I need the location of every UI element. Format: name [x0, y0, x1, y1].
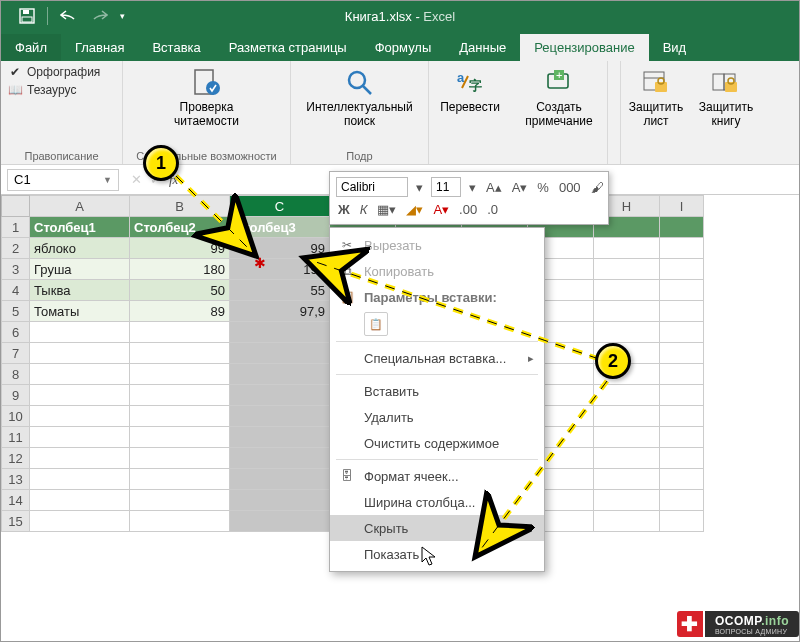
tab-file[interactable]: Файл [1, 34, 61, 61]
cell[interactable]: Груша [30, 259, 130, 280]
ctx-copy[interactable]: ⧉Копировать [330, 258, 544, 284]
ctx-delete[interactable]: Удалить [330, 404, 544, 430]
cell[interactable] [594, 280, 660, 301]
tab-layout[interactable]: Разметка страницы [215, 34, 361, 61]
ctx-cut[interactable]: ✂Вырезать [330, 232, 544, 258]
cell[interactable] [660, 217, 704, 238]
cell[interactable]: Столбец1 [30, 217, 130, 238]
borders-icon[interactable]: ▦▾ [375, 202, 398, 217]
cell[interactable] [660, 238, 704, 259]
cell[interactable]: 50 [130, 280, 230, 301]
qat-dropdown-icon[interactable]: ▾ [120, 11, 125, 21]
cell[interactable]: 99 [230, 238, 330, 259]
row-header[interactable]: 12 [2, 448, 30, 469]
col-header-I[interactable]: I [660, 196, 704, 217]
cell[interactable]: 198 [230, 259, 330, 280]
cell[interactable]: Столбец3 [230, 217, 330, 238]
cell[interactable] [660, 301, 704, 322]
font-size-combo[interactable] [431, 177, 461, 197]
cell[interactable] [594, 259, 660, 280]
row-header[interactable]: 11 [2, 427, 30, 448]
ctx-paste-options-label: 📋Параметры вставки: [330, 284, 544, 310]
row-header[interactable]: 14 [2, 490, 30, 511]
bold-button[interactable]: Ж [336, 202, 352, 217]
row-header[interactable]: 6 [2, 322, 30, 343]
undo-icon[interactable] [60, 9, 78, 23]
row-header[interactable]: 3 [2, 259, 30, 280]
chevron-down-icon[interactable]: ▾ [467, 180, 478, 195]
increase-decimal-icon[interactable]: .0 [485, 202, 500, 217]
chevron-down-icon[interactable]: ▾ [414, 180, 425, 195]
spelling-icon: ✔ [7, 65, 23, 79]
ctx-insert[interactable]: Вставить [330, 378, 544, 404]
cell[interactable]: 89 [130, 301, 230, 322]
cell[interactable]: 180 [130, 259, 230, 280]
row-header[interactable]: 9 [2, 385, 30, 406]
name-box[interactable]: C1▼ [7, 169, 119, 191]
cell[interactable]: 97,9 [230, 301, 330, 322]
annotation-step-2: 2 [595, 343, 631, 379]
row-header[interactable]: 8 [2, 364, 30, 385]
decrease-decimal-icon[interactable]: .00 [457, 202, 479, 217]
cancel-icon[interactable]: ✕ [131, 172, 142, 187]
ctx-column-width[interactable]: Ширина столбца... [330, 489, 544, 515]
row-header[interactable]: 2 [2, 238, 30, 259]
row-header[interactable]: 15 [2, 511, 30, 532]
smart-lookup-button[interactable]: Интеллектуальный поиск [300, 65, 418, 131]
translate-button[interactable]: а字 Перевести [435, 65, 505, 117]
chevron-down-icon[interactable]: ▼ [103, 175, 112, 185]
svg-rect-1 [23, 10, 29, 14]
ctx-hide[interactable]: Скрыть [330, 515, 544, 541]
row-header[interactable]: 5 [2, 301, 30, 322]
decrease-font-icon[interactable]: A▾ [510, 180, 530, 195]
row-header[interactable]: 10 [2, 406, 30, 427]
cell[interactable]: Томаты [30, 301, 130, 322]
cell[interactable] [660, 280, 704, 301]
watermark: ✚ OCOMP.info ВОПРОСЫ АДМИНУ [677, 611, 799, 637]
cell[interactable] [594, 301, 660, 322]
thesaurus-button[interactable]: 📖Тезаурус [7, 83, 116, 97]
tab-formulas[interactable]: Формулы [361, 34, 446, 61]
cell[interactable]: 99 [130, 238, 230, 259]
italic-button[interactable]: К [358, 202, 370, 217]
row-header[interactable]: 4 [2, 280, 30, 301]
cell[interactable] [594, 238, 660, 259]
tab-insert[interactable]: Вставка [138, 34, 214, 61]
cell[interactable]: яблоко [30, 238, 130, 259]
comment-icon: + [543, 67, 575, 99]
accessibility-button[interactable]: Проверка читаемости [168, 65, 245, 131]
spelling-button[interactable]: ✔Орфография [7, 65, 116, 79]
font-color-icon[interactable]: A▾ [431, 202, 451, 217]
tab-view[interactable]: Вид [649, 34, 701, 61]
format-painter-icon[interactable]: 🖌 [589, 180, 606, 195]
font-combo[interactable] [336, 177, 408, 197]
paste-option-default[interactable]: 📋 [364, 312, 388, 336]
protect-book-button[interactable]: Защитить книгу [697, 65, 755, 131]
window-title: Книга1.xlsx - Excel [345, 9, 455, 24]
ctx-clear[interactable]: Очистить содержимое [330, 430, 544, 456]
row-header[interactable]: 1 [2, 217, 30, 238]
select-all-corner[interactable] [2, 196, 30, 217]
cell[interactable]: Столбец2 [130, 217, 230, 238]
col-header-B[interactable]: B [130, 196, 230, 217]
cell[interactable]: Тыква [30, 280, 130, 301]
redo-icon[interactable] [90, 9, 108, 23]
new-comment-button[interactable]: + Создать примечание [517, 65, 601, 131]
increase-font-icon[interactable]: A▴ [484, 180, 504, 195]
tab-data[interactable]: Данные [445, 34, 520, 61]
save-icon[interactable] [19, 8, 35, 24]
fill-color-icon[interactable]: ◢▾ [404, 202, 425, 217]
cell[interactable]: 55 [230, 280, 330, 301]
col-header-C[interactable]: C [230, 196, 330, 217]
comma-style-icon[interactable]: 000 [557, 180, 583, 195]
cell[interactable] [660, 259, 704, 280]
protect-sheet-button[interactable]: Защитить лист [627, 65, 685, 131]
row-header[interactable]: 13 [2, 469, 30, 490]
col-header-A[interactable]: A [30, 196, 130, 217]
ctx-format-cells[interactable]: 🗄Формат ячеек... [330, 463, 544, 489]
percent-icon[interactable]: % [535, 180, 551, 195]
row-header[interactable]: 7 [2, 343, 30, 364]
tab-review[interactable]: Рецензирование [520, 34, 648, 61]
tab-home[interactable]: Главная [61, 34, 138, 61]
ctx-paste-special[interactable]: Специальная вставка... [330, 345, 544, 371]
